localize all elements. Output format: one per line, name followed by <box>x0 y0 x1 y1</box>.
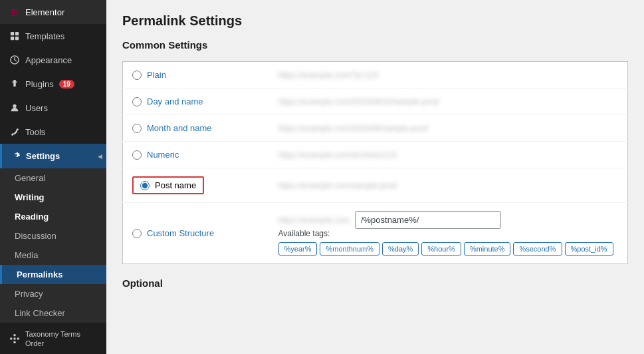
day-name-radio[interactable] <box>132 97 142 106</box>
numeric-option[interactable]: Numeric <box>132 150 260 160</box>
svg-point-10 <box>17 338 20 341</box>
custom-structure-option[interactable]: Custom Structure <box>132 228 260 238</box>
sidebar-item-taxonomy[interactable]: Taxonomy Terms Order <box>0 323 106 354</box>
tags-row: %year% %monthnum% %day% %hour% %minute% … <box>278 242 619 256</box>
submenu-reading[interactable]: Reading <box>0 207 106 226</box>
table-row: Plain https://example.com/?p=123 <box>123 62 628 88</box>
month-name-url: https://example.com/2024/08/sample-post/ <box>278 124 429 133</box>
sidebar-item-templates[interactable]: Templates <box>0 24 106 48</box>
sidebar-item-users[interactable]: Users <box>0 96 106 120</box>
available-tags-label: Available tags: <box>278 229 619 238</box>
svg-point-6 <box>13 338 16 341</box>
svg-point-9 <box>10 338 13 341</box>
sidebar-item-settings[interactable]: Settings <box>0 144 106 168</box>
sidebar: E Elementor Templates Appearance Plugins… <box>0 0 106 354</box>
optional-title: Optional <box>122 277 628 289</box>
svg-rect-0 <box>11 32 14 35</box>
tools-icon <box>9 126 20 137</box>
tag-minute[interactable]: %minute% <box>464 242 511 256</box>
custom-structure-label[interactable]: Custom Structure <box>147 228 214 238</box>
sidebar-label-users: Users <box>25 103 48 113</box>
submenu-general[interactable]: General <box>0 168 106 188</box>
month-name-radio[interactable] <box>132 124 142 133</box>
settings-submenu: General Writing Reading Discussion Media… <box>0 168 106 323</box>
sidebar-label-tools: Tools <box>25 127 45 137</box>
svg-rect-3 <box>15 37 19 40</box>
sidebar-item-tools[interactable]: Tools <box>0 120 106 144</box>
plugins-icon <box>9 79 20 89</box>
page-title: Permalink Settings <box>122 13 628 29</box>
table-row: Numeric https://example.com/archives/123 <box>123 142 628 168</box>
plain-label[interactable]: Plain <box>147 70 166 80</box>
table-row: Month and name https://example.com/2024/… <box>123 115 628 142</box>
submenu-privacy[interactable]: Privacy <box>0 284 106 303</box>
sidebar-label-appearance: Appearance <box>25 55 72 65</box>
month-name-option[interactable]: Month and name <box>132 123 260 133</box>
tag-second[interactable]: %second% <box>513 242 562 256</box>
post-name-option[interactable]: Post name <box>132 176 204 194</box>
post-name-radio[interactable] <box>140 181 150 190</box>
sidebar-item-elementor[interactable]: E Elementor <box>0 0 106 24</box>
permalink-options-table: Plain https://example.com/?p=123 Day and… <box>122 61 628 264</box>
tag-monthnum[interactable]: %monthnum% <box>320 242 379 256</box>
common-settings-title: Common Settings <box>122 39 628 51</box>
svg-rect-1 <box>15 32 19 35</box>
plain-radio[interactable] <box>132 71 142 80</box>
tag-day[interactable]: %day% <box>382 242 419 256</box>
day-name-label[interactable]: Day and name <box>147 96 203 106</box>
numeric-url: https://example.com/archives/123 <box>278 150 397 160</box>
sidebar-label-elementor: Elementor <box>25 7 64 17</box>
day-name-url: https://example.com/2024/08/10/sample-po… <box>278 97 440 106</box>
sidebar-label-templates: Templates <box>25 31 64 41</box>
table-row: Custom Structure https://example.com Ava… <box>123 203 628 264</box>
numeric-label[interactable]: Numeric <box>147 150 179 160</box>
templates-icon <box>9 31 20 41</box>
elementor-icon: E <box>9 7 20 17</box>
plugins-badge: 19 <box>59 80 74 88</box>
table-row: Day and name https://example.com/2024/08… <box>123 88 628 115</box>
users-icon <box>9 102 20 113</box>
sidebar-label-settings: Settings <box>26 151 60 161</box>
submenu-permalinks[interactable]: Permalinks <box>0 265 106 284</box>
submenu-media[interactable]: Media <box>0 246 106 265</box>
numeric-radio[interactable] <box>132 150 142 160</box>
submenu-writing[interactable]: Writing <box>0 188 106 207</box>
settings-icon <box>11 150 21 162</box>
custom-radio[interactable] <box>132 229 142 238</box>
plain-url: https://example.com/?p=123 <box>278 71 379 80</box>
svg-rect-2 <box>11 37 14 40</box>
sidebar-item-appearance[interactable]: Appearance <box>0 48 106 72</box>
post-name-label[interactable]: Post name <box>155 180 196 190</box>
custom-url-prefix: https://example.com <box>278 216 350 225</box>
submenu-link-checker[interactable]: Link Checker <box>0 303 106 323</box>
sidebar-item-plugins[interactable]: Plugins 19 <box>0 72 106 96</box>
month-name-label[interactable]: Month and name <box>147 123 212 133</box>
day-name-option[interactable]: Day and name <box>132 96 260 106</box>
table-row: Post name https://example.com/sample-pos… <box>123 168 628 203</box>
available-tags-section: Available tags: %year% %monthnum% %day% … <box>278 229 619 256</box>
tag-year[interactable]: %year% <box>278 242 318 256</box>
plain-option[interactable]: Plain <box>132 70 260 80</box>
post-name-url: https://example.com/sample-post/ <box>278 181 397 190</box>
svg-point-7 <box>13 334 16 337</box>
optional-section: Optional <box>122 277 628 289</box>
custom-structure-row: https://example.com <box>278 211 619 229</box>
tag-hour[interactable]: %hour% <box>421 242 461 256</box>
main-content: Permalink Settings Common Settings Plain… <box>106 0 644 354</box>
tag-post-id[interactable]: %post_id% <box>565 242 613 256</box>
svg-point-5 <box>13 104 16 108</box>
taxonomy-icon <box>9 333 20 344</box>
sidebar-label-plugins: Plugins <box>25 79 54 89</box>
submenu-discussion[interactable]: Discussion <box>0 226 106 246</box>
custom-structure-cell: https://example.com Available tags: %yea… <box>278 211 619 256</box>
sidebar-label-taxonomy: Taxonomy Terms Order <box>25 329 97 349</box>
custom-structure-input[interactable] <box>355 211 501 229</box>
svg-point-8 <box>13 341 16 344</box>
appearance-icon <box>9 55 20 65</box>
